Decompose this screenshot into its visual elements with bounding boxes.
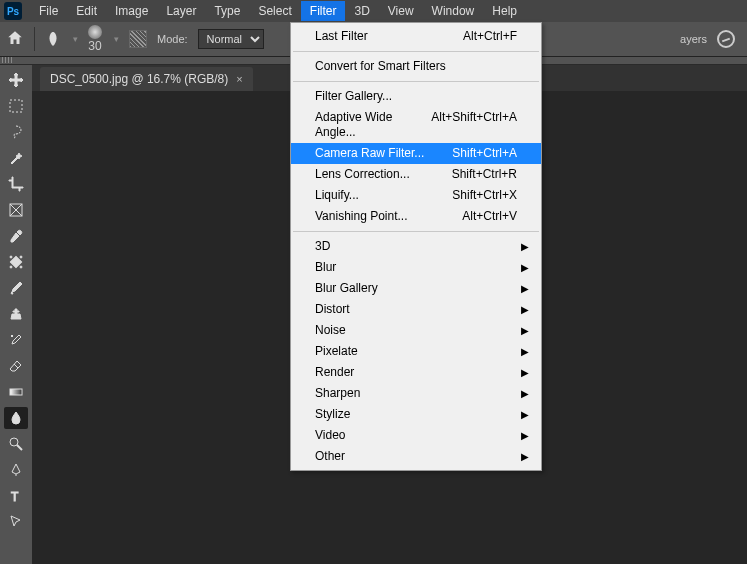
blend-mode-select[interactable]: Normal xyxy=(198,29,264,49)
menu-other[interactable]: Other▶ xyxy=(291,446,541,467)
menu-select[interactable]: Select xyxy=(249,1,300,21)
submenu-arrow-icon: ▶ xyxy=(521,344,529,359)
submenu-arrow-icon: ▶ xyxy=(521,428,529,443)
svg-point-7 xyxy=(10,266,12,268)
menu-adaptive-wide-angle[interactable]: Adaptive Wide Angle...Alt+Shift+Ctrl+A xyxy=(291,107,541,143)
menu-image[interactable]: Image xyxy=(106,1,157,21)
tab-title: DSC_0500.jpg @ 16.7% (RGB/8) xyxy=(50,72,228,86)
gradient-tool[interactable] xyxy=(4,381,28,403)
magic-wand-tool[interactable] xyxy=(4,147,28,169)
frame-tool[interactable] xyxy=(4,199,28,221)
menu-filter[interactable]: Filter xyxy=(301,1,346,21)
menu-separator xyxy=(293,81,539,82)
menu-last-filter[interactable]: Last Filter Alt+Ctrl+F xyxy=(291,26,541,47)
clone-stamp-tool[interactable] xyxy=(4,303,28,325)
submenu-arrow-icon: ▶ xyxy=(521,407,529,422)
crop-tool[interactable] xyxy=(4,173,28,195)
menu-camera-raw-filter[interactable]: Camera Raw Filter...Shift+Ctrl+A xyxy=(291,143,541,164)
dodge-tool[interactable] xyxy=(4,433,28,455)
menu-filter-gallery[interactable]: Filter Gallery... xyxy=(291,86,541,107)
history-brush-tool[interactable] xyxy=(4,329,28,351)
logo-text: Ps xyxy=(7,6,19,17)
menu-liquify[interactable]: Liquify...Shift+Ctrl+X xyxy=(291,185,541,206)
submenu-arrow-icon: ▶ xyxy=(521,281,529,296)
eraser-tool[interactable] xyxy=(4,355,28,377)
menu-distort[interactable]: Distort▶ xyxy=(291,299,541,320)
menu-pixelate[interactable]: Pixelate▶ xyxy=(291,341,541,362)
move-tool[interactable] xyxy=(4,69,28,91)
menu-separator xyxy=(293,51,539,52)
menu-lens-correction[interactable]: Lens Correction...Shift+Ctrl+R xyxy=(291,164,541,185)
mode-label: Mode: xyxy=(157,33,188,45)
document-tab[interactable]: DSC_0500.jpg @ 16.7% (RGB/8) × xyxy=(40,67,253,91)
submenu-arrow-icon: ▶ xyxy=(521,260,529,275)
app-logo: Ps xyxy=(4,2,22,20)
lasso-tool[interactable] xyxy=(4,121,28,143)
blur-tool[interactable] xyxy=(4,407,28,429)
menu-vanishing-point[interactable]: Vanishing Point...Alt+Ctrl+V xyxy=(291,206,541,227)
menu-3d[interactable]: 3D xyxy=(345,1,378,21)
tools-panel: T xyxy=(0,65,32,564)
spot-heal-tool[interactable] xyxy=(4,251,28,273)
svg-text:T: T xyxy=(11,490,19,504)
menu-noise[interactable]: Noise▶ xyxy=(291,320,541,341)
menu-convert-smart-filters[interactable]: Convert for Smart Filters xyxy=(291,56,541,77)
svg-rect-9 xyxy=(10,389,22,395)
brush-size-selector[interactable]: 30 xyxy=(88,25,102,53)
brush-size-value: 30 xyxy=(88,39,101,53)
home-icon[interactable] xyxy=(6,29,24,50)
menu-help[interactable]: Help xyxy=(483,1,526,21)
menu-separator xyxy=(293,231,539,232)
chevron-down-icon[interactable]: ▾ xyxy=(114,34,119,44)
menu-layer[interactable]: Layer xyxy=(157,1,205,21)
svg-point-6 xyxy=(20,256,22,258)
menu-stylize[interactable]: Stylize▶ xyxy=(291,404,541,425)
path-select-tool[interactable] xyxy=(4,511,28,533)
svg-rect-0 xyxy=(10,100,22,112)
tool-preset-icon[interactable] xyxy=(45,29,61,49)
menu-render[interactable]: Render▶ xyxy=(291,362,541,383)
svg-point-10 xyxy=(10,438,18,446)
submenu-arrow-icon: ▶ xyxy=(521,302,529,317)
close-icon[interactable]: × xyxy=(236,73,242,85)
brush-tool[interactable] xyxy=(4,277,28,299)
svg-point-5 xyxy=(10,256,12,258)
menu-blur[interactable]: Blur▶ xyxy=(291,257,541,278)
submenu-arrow-icon: ▶ xyxy=(521,239,529,254)
submenu-arrow-icon: ▶ xyxy=(521,449,529,464)
share-icon[interactable] xyxy=(717,30,735,48)
submenu-arrow-icon: ▶ xyxy=(521,386,529,401)
pen-tool[interactable] xyxy=(4,459,28,481)
submenu-arrow-icon: ▶ xyxy=(521,365,529,380)
chevron-down-icon[interactable]: ▾ xyxy=(73,34,78,44)
menu-type[interactable]: Type xyxy=(205,1,249,21)
brush-panel-icon[interactable] xyxy=(129,30,147,48)
type-tool[interactable]: T xyxy=(4,485,28,507)
menu-edit[interactable]: Edit xyxy=(67,1,106,21)
layers-label[interactable]: ayers xyxy=(680,33,707,45)
menu-view[interactable]: View xyxy=(379,1,423,21)
svg-point-8 xyxy=(20,266,22,268)
eyedropper-tool[interactable] xyxy=(4,225,28,247)
marquee-tool[interactable] xyxy=(4,95,28,117)
menu-sharpen[interactable]: Sharpen▶ xyxy=(291,383,541,404)
menu-video[interactable]: Video▶ xyxy=(291,425,541,446)
menu-file[interactable]: File xyxy=(30,1,67,21)
submenu-arrow-icon: ▶ xyxy=(521,323,529,338)
menu-window[interactable]: Window xyxy=(423,1,484,21)
filter-menu-dropdown: Last Filter Alt+Ctrl+F Convert for Smart… xyxy=(290,22,542,471)
menu-3d[interactable]: 3D▶ xyxy=(291,236,541,257)
menu-blur-gallery[interactable]: Blur Gallery▶ xyxy=(291,278,541,299)
brush-preview-icon xyxy=(88,25,102,39)
menubar: Ps File Edit Image Layer Type Select Fil… xyxy=(0,0,747,22)
